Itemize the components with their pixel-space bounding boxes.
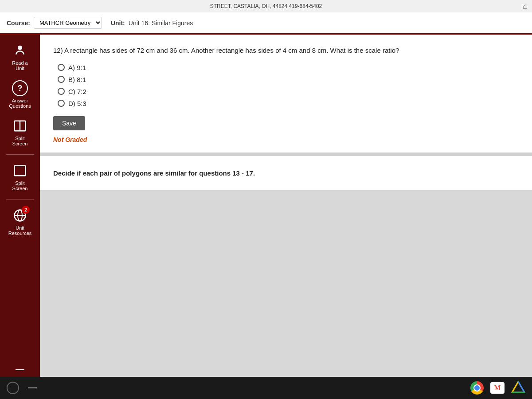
unit-resources-icon-wrapper: 2 <box>12 207 28 225</box>
drive-icon[interactable] <box>511 381 525 395</box>
question-text: 12) A rectangle has sides of 72 cm and 3… <box>53 46 519 56</box>
window-controls: ⌂ <box>523 2 528 11</box>
radio-c[interactable] <box>58 88 65 95</box>
split-screen-1-label: Split Screen <box>12 136 28 146</box>
sidebar-item-unit-resources[interactable]: 2 Unit Resources <box>0 204 40 239</box>
course-label: Course: <box>7 20 30 27</box>
split-screen-1-icon <box>12 118 28 134</box>
option-d[interactable]: D) 5:3 <box>58 100 519 107</box>
sidebar-dash <box>16 369 24 370</box>
save-button[interactable]: Save <box>53 116 85 130</box>
answer-options: A) 9:1 B) 8:1 C) 7:2 D) 5:3 <box>58 64 519 107</box>
course-select[interactable]: MATHCR Geometry <box>34 17 102 29</box>
unit-resources-label: Unit Resources <box>8 225 32 236</box>
unit-title: Unit 16: Similar Figures <box>129 20 193 27</box>
next-section: Decide if each pair of polygons are simi… <box>40 156 532 190</box>
course-header: Course: MATHCR Geometry Unit: Unit 16: S… <box>0 12 532 35</box>
svg-point-0 <box>18 46 22 50</box>
sidebar-divider-2 <box>6 199 34 200</box>
option-a-label: A) 9:1 <box>68 64 86 71</box>
question-icon: ? <box>12 80 28 96</box>
svg-marker-7 <box>512 382 524 392</box>
option-c-label: C) 7:2 <box>68 88 86 95</box>
option-b[interactable]: B) 8:1 <box>58 76 519 83</box>
main-layout: Read a Unit ? Answer Questions Split Scr… <box>0 35 532 377</box>
split-screen-2-label: Split Screen <box>12 180 28 191</box>
option-b-label: B) 8:1 <box>68 76 86 83</box>
question-section: 12) A rectangle has sides of 72 cm and 3… <box>40 35 532 156</box>
content-area: 12) A rectangle has sides of 72 cm and 3… <box>40 35 532 377</box>
not-graded-status: Not Graded <box>53 136 87 143</box>
gmail-icon[interactable]: M <box>490 382 505 394</box>
sidebar: Read a Unit ? Answer Questions Split Scr… <box>0 35 40 377</box>
taskbar-dash <box>28 387 37 388</box>
book-icon <box>12 43 28 59</box>
sidebar-divider <box>6 154 34 155</box>
taskbar: M <box>0 377 532 399</box>
svg-line-10 <box>518 382 524 392</box>
chrome-icon[interactable] <box>470 381 484 395</box>
address-text: STREET, CASTALIA, OH, 44824 419-684-5402 <box>210 3 322 9</box>
svg-line-9 <box>512 382 518 392</box>
taskbar-circle[interactable] <box>7 382 19 394</box>
option-a[interactable]: A) 9:1 <box>58 64 519 71</box>
next-question-text: Decide if each pair of polygons are simi… <box>53 169 519 177</box>
address-bar: STREET, CASTALIA, OH, 44824 419-684-5402… <box>0 0 532 12</box>
option-d-label: D) 5:3 <box>68 100 86 107</box>
answer-questions-label: Answer Questions <box>9 98 31 109</box>
radio-d[interactable] <box>58 100 65 107</box>
split-screen-2-icon <box>12 163 28 179</box>
svg-rect-3 <box>15 166 26 176</box>
taskbar-icons: M <box>470 381 525 395</box>
read-unit-label: Read a Unit <box>12 60 27 71</box>
sidebar-item-split-screen-1[interactable]: Split Screen <box>0 114 40 150</box>
sidebar-item-read-unit[interactable]: Read a Unit <box>0 39 40 74</box>
svg-marker-8 <box>512 382 524 392</box>
sidebar-item-split-screen-2[interactable]: Split Screen <box>0 159 40 195</box>
unit-label: Unit: <box>111 20 125 27</box>
option-c[interactable]: C) 7:2 <box>58 88 519 95</box>
radio-a[interactable] <box>58 64 65 71</box>
sidebar-item-answer-questions[interactable]: ? Answer Questions <box>0 77 40 112</box>
unit-resources-badge: 2 <box>22 206 30 214</box>
sidebar-bottom <box>16 369 24 377</box>
radio-b[interactable] <box>58 76 65 83</box>
